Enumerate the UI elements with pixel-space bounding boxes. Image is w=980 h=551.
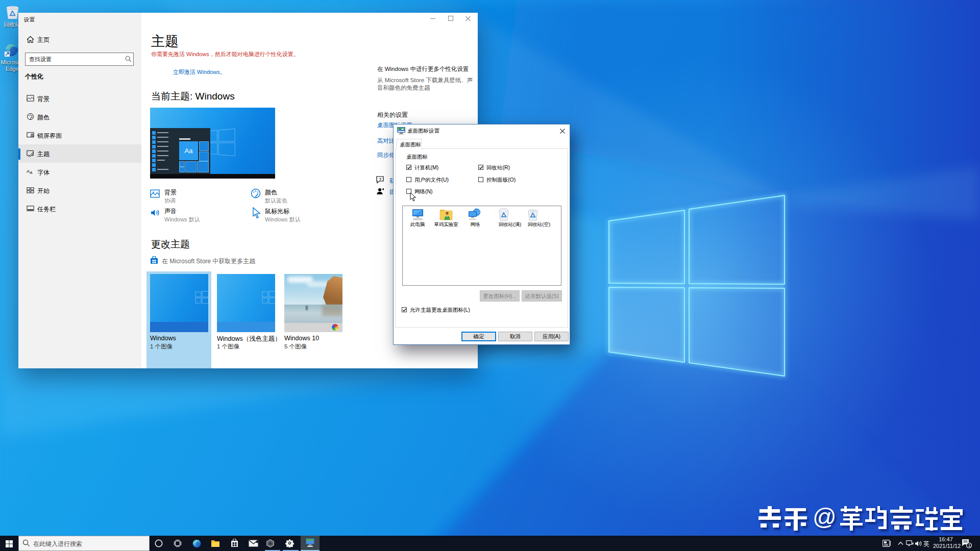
svg-text:1: 1 [968, 543, 971, 548]
svg-text:?: ? [379, 177, 382, 182]
svg-text:A: A [30, 170, 33, 175]
